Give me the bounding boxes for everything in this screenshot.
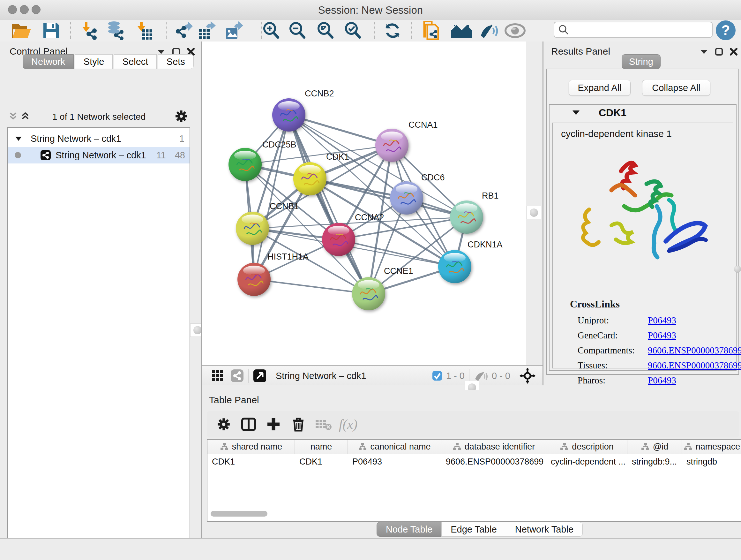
- import-table-icon[interactable]: [132, 20, 156, 41]
- zoom-in-icon[interactable]: [259, 20, 283, 41]
- table-horizontal-scrollbar[interactable]: [211, 511, 267, 516]
- node-CDKN1A[interactable]: [438, 250, 471, 283]
- right-splitter-handle[interactable]: [527, 206, 541, 219]
- tab-network-table[interactable]: Network Table: [506, 522, 583, 537]
- network-view-title: String Network – cdk1: [276, 371, 366, 381]
- genecard-link[interactable]: P06493: [648, 330, 741, 341]
- results-menu-icon[interactable]: [700, 49, 708, 55]
- column-header-id[interactable]: @id: [627, 440, 682, 454]
- search-input[interactable]: [569, 24, 704, 35]
- collapse-all-button[interactable]: Collapse All: [642, 80, 711, 96]
- tab-network[interactable]: Network: [23, 54, 74, 69]
- import-network-file-icon[interactable]: [77, 20, 101, 41]
- tab-string-results[interactable]: String: [622, 54, 661, 69]
- selected-checkbox-icon[interactable]: [432, 371, 442, 381]
- collection-expander-icon[interactable]: [15, 136, 22, 141]
- results-panel-title: Results Panel: [551, 46, 610, 57]
- birds-eye-view-icon[interactable]: [253, 369, 266, 382]
- tab-sets[interactable]: Sets: [158, 54, 194, 69]
- open-session-icon[interactable]: [10, 20, 34, 41]
- table-header-row: shared name name canonical name database…: [207, 440, 741, 454]
- toolbar-separator: [411, 22, 412, 39]
- status-bar: Memory: [0, 538, 741, 560]
- pan-crosshair-icon[interactable]: [520, 368, 536, 384]
- panel-menu-icon[interactable]: [157, 49, 165, 55]
- results-scroll-handle[interactable]: [734, 266, 741, 273]
- results-float-icon[interactable]: [715, 48, 723, 56]
- add-column-icon[interactable]: [261, 413, 286, 435]
- tissues-link[interactable]: 9606.ENSP00000378699: [648, 360, 741, 371]
- delete-table-icon[interactable]: [311, 413, 336, 435]
- node-CDC25B[interactable]: [228, 148, 262, 181]
- export-network-icon[interactable]: [172, 20, 196, 41]
- export-table-icon[interactable]: [195, 20, 219, 41]
- results-close-icon[interactable]: [730, 48, 738, 56]
- grid-view-icon[interactable]: [211, 369, 224, 382]
- node-RB1[interactable]: [450, 200, 483, 234]
- table-gear-icon[interactable]: [211, 413, 236, 435]
- column-type-icon: [641, 442, 650, 451]
- tab-edge-table[interactable]: Edge Table: [441, 522, 506, 537]
- left-panel-divider[interactable]: [201, 42, 202, 538]
- tab-style[interactable]: Style: [75, 54, 113, 69]
- network-view-share-icon[interactable]: [230, 369, 244, 382]
- edge-CCNB2-CCNE1[interactable]: [289, 115, 368, 294]
- tab-select[interactable]: Select: [114, 54, 157, 69]
- column-header-shared-name[interactable]: shared name: [207, 440, 295, 454]
- protein-structure-image: [573, 145, 714, 280]
- hidden-eye-icon[interactable]: [474, 370, 488, 381]
- help-icon[interactable]: ?: [716, 20, 736, 40]
- zoom-out-icon[interactable]: [285, 20, 310, 41]
- tab-node-table[interactable]: Node Table: [377, 522, 442, 537]
- entry-expander-icon[interactable]: [572, 110, 580, 116]
- pharos-link[interactable]: P06493: [648, 375, 741, 386]
- node-HIST1H1A[interactable]: [238, 263, 271, 296]
- node-CCNA1[interactable]: [375, 129, 408, 162]
- uniprot-link[interactable]: P06493: [648, 315, 741, 326]
- crosslink-label: Pharos:: [578, 375, 648, 386]
- node-CCNB2[interactable]: [272, 98, 306, 132]
- column-header-namespace[interactable]: namespace: [682, 440, 741, 454]
- expand-all-networks-icon[interactable]: [20, 111, 30, 121]
- node-label-CCNB1: CCNB1: [270, 201, 299, 211]
- function-builder-icon[interactable]: f(x): [336, 413, 360, 435]
- node-label-CDC6: CDC6: [421, 173, 445, 182]
- edge-CCNA2-CDKN1A[interactable]: [339, 240, 455, 266]
- hidden-count: 0 - 0: [492, 371, 510, 381]
- search-field[interactable]: [554, 22, 713, 38]
- column-header-name[interactable]: name: [295, 440, 348, 454]
- refresh-icon[interactable]: [381, 20, 405, 41]
- show-hide-glass-icon[interactable]: [477, 20, 501, 41]
- column-header-canonical-name[interactable]: canonical name: [348, 440, 441, 454]
- network-row[interactable]: String Network – cdk1 11 48: [8, 147, 190, 164]
- export-image-icon[interactable]: [222, 20, 246, 41]
- string-home-icon[interactable]: [449, 20, 474, 41]
- node-CCNA2[interactable]: [322, 223, 355, 256]
- import-network-database-icon[interactable]: [104, 20, 128, 41]
- search-icon: [558, 24, 569, 35]
- node-CCNE1[interactable]: [352, 277, 385, 310]
- node-CCNB1[interactable]: [236, 212, 269, 245]
- compartments-link[interactable]: 9606.ENSP00000378699: [648, 345, 741, 356]
- zoom-selected-icon[interactable]: [341, 20, 365, 41]
- node-CDK1[interactable]: [293, 162, 327, 195]
- copy-network-icon[interactable]: [419, 20, 444, 41]
- zoom-fit-icon[interactable]: [313, 20, 338, 41]
- column-header-database-identifier[interactable]: database identifier: [441, 440, 546, 454]
- node-entry-header[interactable]: CDK1: [549, 105, 736, 121]
- network-canvas[interactable]: CCNB2CCNA1CDC25BCDK1CDC6RB1CCNB1CCNA2CDK…: [202, 42, 526, 365]
- expand-all-button[interactable]: Expand All: [569, 80, 630, 96]
- delete-column-icon[interactable]: [286, 413, 311, 435]
- network-view-toolbar: String Network – cdk1 1 - 0 0 - 0: [202, 365, 542, 386]
- table-row[interactable]: CDK1 CDK1 P06493 9606.ENSP00000378699 cy…: [207, 454, 741, 469]
- eye-icon[interactable]: [503, 20, 527, 41]
- network-graph[interactable]: CCNB2CCNA1CDC25BCDK1CDC6RB1CCNB1CCNA2CDK…: [202, 42, 526, 365]
- column-header-description[interactable]: description: [546, 440, 627, 454]
- collapse-all-networks-icon[interactable]: [8, 111, 18, 121]
- show-columns-icon[interactable]: [236, 413, 261, 435]
- network-collection-row[interactable]: String Network – cdk1 1: [8, 130, 190, 147]
- network-options-gear-icon[interactable]: [174, 109, 188, 123]
- save-session-icon[interactable]: [39, 20, 63, 41]
- edge-HIST1H1A-CCNE1[interactable]: [254, 279, 368, 294]
- node-CDC6[interactable]: [390, 181, 423, 214]
